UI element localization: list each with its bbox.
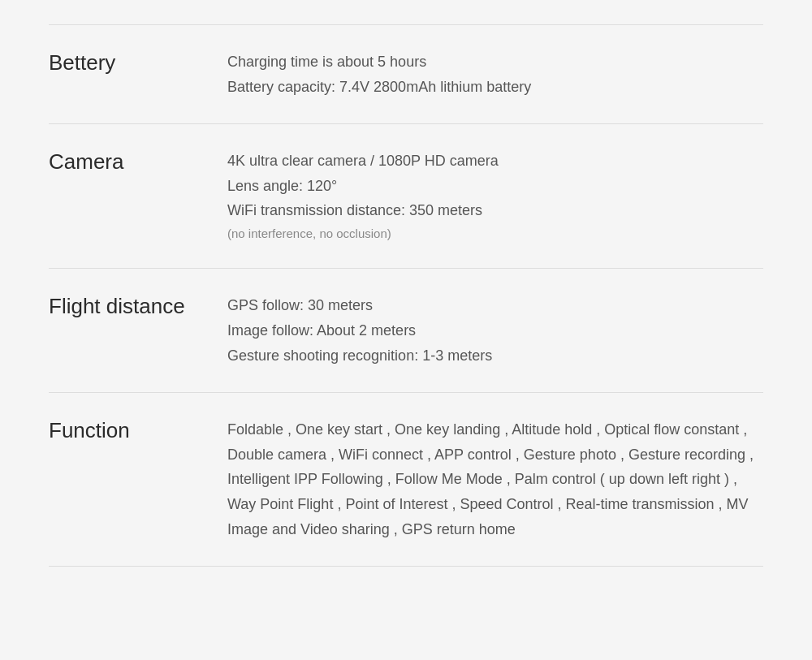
spec-line-function-0: Foldable , One key start , One key landi… [227, 417, 763, 541]
spec-row-camera: Camera4K ultra clear camera / 1080P HD c… [49, 124, 763, 269]
spec-value-battery: Charging time is about 5 hoursBattery ca… [227, 50, 763, 99]
spec-line-battery-0: Charging time is about 5 hours [227, 50, 763, 75]
spec-line-camera-1: Lens angle: 120° [227, 174, 763, 199]
spec-row-function: FunctionFoldable , One key start , One k… [49, 393, 763, 567]
spec-value-flight-distance: GPS follow: 30 metersImage follow: About… [227, 293, 763, 368]
spec-value-camera: 4K ultra clear camera / 1080P HD cameraL… [227, 149, 763, 244]
spec-note-camera: (no interference, no occlusion) [227, 223, 763, 244]
spec-line-flight-distance-2: Gesture shooting recognition: 1-3 meters [227, 343, 763, 369]
spec-line-flight-distance-0: GPS follow: 30 meters [227, 293, 763, 318]
spec-line-camera-0: 4K ultra clear camera / 1080P HD camera [227, 149, 763, 174]
spec-label-flight-distance: Flight distance [49, 293, 227, 321]
spec-line-battery-1: Battery capacity: 7.4V 2800mAh lithium b… [227, 75, 763, 100]
spec-line-flight-distance-1: Image follow: About 2 meters [227, 318, 763, 343]
spec-line-camera-2: WiFi transmission distance: 350 meters [227, 198, 763, 223]
spec-row-battery: BetteryCharging time is about 5 hoursBat… [49, 24, 763, 124]
spec-row-flight-distance: Flight distanceGPS follow: 30 metersImag… [49, 269, 763, 393]
spec-label-camera: Camera [49, 149, 227, 176]
spec-label-battery: Bettery [49, 50, 227, 77]
spec-value-function: Foldable , One key start , One key landi… [227, 417, 763, 541]
specs-container: BetteryCharging time is about 5 hoursBat… [0, 0, 812, 591]
spec-label-function: Function [49, 417, 227, 445]
